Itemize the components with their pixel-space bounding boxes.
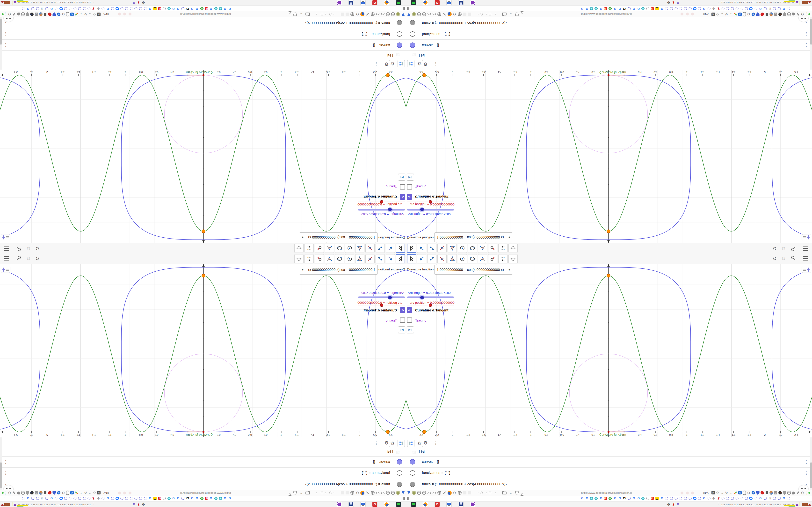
reload-icon[interactable]: ↻ [84,12,88,17]
bookmark-yandex-favicon[interactable]: R [604,7,607,10]
tab-circle-icon[interactable] [321,13,323,16]
overflow-kebab-menu[interactable]: ⋮ [3,491,7,496]
bookmark-bluedot-favicon[interactable] [115,7,119,10]
firefox-icon[interactable] [447,490,452,495]
algebra-fx-button[interactable]: fx [389,60,396,67]
redo-button[interactable]: ↻ [26,245,32,251]
gear-icon[interactable]: ⚙ [800,12,805,17]
bookmark-teal-favicon[interactable] [595,7,598,10]
shield-icon[interactable] [515,12,519,16]
bookmark-geogebra-favicon[interactable] [707,7,711,10]
bookmark-bluedot-favicon[interactable] [749,7,753,10]
globe-icon[interactable] [350,490,355,495]
globe-icon[interactable] [417,490,421,495]
tab-circle-icon[interactable] [321,492,323,494]
arc-length-slider[interactable] [407,209,454,211]
flower-tray-icon[interactable]: ✽ [677,502,679,506]
bookmark-image-favicon[interactable] [655,7,659,10]
redo-button[interactable]: ↻ [780,245,786,251]
flower-tray-icon[interactable]: ✽ [133,1,135,5]
shield-blue-icon[interactable] [756,12,760,17]
url-field[interactable]: https://www.geogebra.org/classic/aagcxh3… [180,491,231,494]
tab-circle-icon[interactable] [329,13,332,16]
scrollbar-thumb[interactable] [0,462,2,488]
tool-slider-button[interactable]: a=2 [305,254,314,264]
bookmark-geogebra-favicon[interactable] [139,7,142,10]
bookmark-image-favicon[interactable] [153,7,157,10]
undo-button[interactable]: ↺ [34,245,40,251]
record-icon[interactable] [760,12,764,17]
tool-angle-button[interactable] [478,243,487,253]
bookmark-google-favicon[interactable]: G [50,497,53,500]
tool-move-graphics-button[interactable] [294,243,304,253]
visibility-marble[interactable] [410,470,415,475]
bookmark-flash-favicon[interactable]: f [92,7,95,10]
globe-icon[interactable] [437,12,442,17]
bookmark-geogebra-favicon[interactable] [78,497,82,500]
bookmark-geogebra-favicon[interactable] [627,7,631,10]
chevron-down-icon[interactable]: ▼ [508,233,511,242]
algebra-tree-button[interactable] [407,60,414,67]
trash-icon[interactable] [43,12,47,17]
bookmark-google-favicon[interactable]: G [228,497,232,500]
arc-position-knob[interactable] [380,303,383,307]
arrow-right-icon[interactable]: → [720,12,724,17]
wrench-icon[interactable] [12,12,16,17]
translate-blue-icon[interactable]: A [70,490,74,495]
bookmark-geogebra-favicon[interactable] [688,7,692,10]
play-step-button[interactable]: ▶ [398,174,405,181]
bookmark-bluedot-favicon[interactable] [693,497,697,500]
firefox-app-button[interactable] [384,502,389,507]
arc-length-slider[interactable] [358,296,405,298]
shield-gray-icon[interactable] [26,12,30,17]
bookmark-google-favicon[interactable]: G [171,7,175,10]
bookmark-geogebra-favicon[interactable] [125,497,128,500]
bookmark-gear-favicon[interactable]: ⚙ [40,7,44,10]
gear-icon[interactable]: ⚙ [747,490,751,495]
bookmark-google-favicon[interactable]: G [599,7,603,10]
arc-length-knob[interactable] [388,296,392,299]
arc-length-knob[interactable] [388,208,392,211]
brush-icon[interactable] [733,490,738,495]
gear-tray-icon[interactable]: ⚙ [667,502,670,507]
globe-color-icon[interactable] [769,490,773,495]
gear-icon[interactable]: ⚙ [61,490,65,495]
tool-slider-button[interactable]: a=2 [498,254,507,264]
chevron-up-icon[interactable]: ⌃ [3,7,5,9]
undo-button[interactable]: ↺ [772,245,778,251]
tool-slider-button[interactable]: a=2 [498,243,507,253]
bookmark-geogebra-favicon[interactable] [134,7,138,10]
tab-circle-icon[interactable] [486,493,487,493]
algebra-row[interactable]: funcNames = {" "}⋮ [406,29,812,40]
bookmark-geogebra-favicon[interactable] [45,7,49,10]
bookmark-geogebra-favicon[interactable] [745,497,748,500]
function-input[interactable]: 1.000000000000 + cos(4.000000000000 x) ▼ [300,232,377,242]
bookmark-geogebra-favicon[interactable] [144,497,147,500]
bookmark-geogebra-favicon[interactable] [130,497,133,500]
algebra-row[interactable]: curves = {}⋮ [0,40,406,51]
settings-red-app-button[interactable]: ⚙ [435,502,440,507]
shield-icon[interactable] [515,491,519,495]
back-arrow-icon[interactable]: ← [299,12,303,16]
tool-ellipse-button[interactable] [468,254,477,264]
visibility-marble[interactable] [397,43,402,48]
arc-position-knob[interactable] [429,303,432,307]
back-arrow-icon[interactable]: ← [509,12,513,16]
chevron-down-icon[interactable]: ▼ [301,265,304,274]
algebra-row[interactable]: curves = {}⋮ [406,40,812,51]
gear-icon[interactable]: ⚙ [800,490,805,495]
tab-circle-icon[interactable] [495,493,496,493]
bookmark-yandex-favicon[interactable]: R [205,497,208,500]
algebra-kebab-menu[interactable]: ⋮ [374,441,378,446]
ublock-icon[interactable]: UO [30,490,34,495]
tool-polygon-button[interactable] [448,254,457,264]
tab-circle-icon[interactable] [480,492,483,494]
webcam-icon[interactable] [396,490,400,495]
tool-tangents-button[interactable] [488,254,497,264]
bookmark-gear-favicon[interactable]: ⚙ [768,497,772,500]
translate-blue-icon[interactable]: A [738,12,742,17]
function-input[interactable]: 1.000000000000 + cos(4.000000000000 x) ▼ [435,232,512,242]
tracing-checkbox[interactable] [407,184,412,189]
shield-blue-icon[interactable] [52,12,56,17]
bookmark-google-favicon[interactable]: G [106,497,110,500]
